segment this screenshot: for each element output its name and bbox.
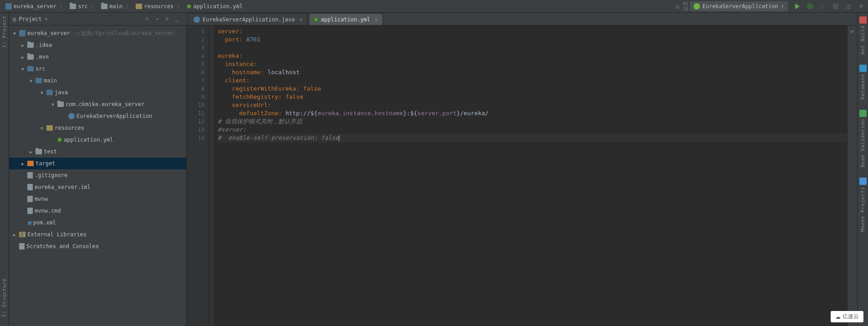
tree-row[interactable]: EurekaServerApplication — [9, 110, 186, 122]
code-line[interactable]: #server: — [218, 126, 847, 134]
run-button[interactable] — [793, 2, 802, 10]
tree-row[interactable]: ▶target — [9, 158, 186, 169]
breadcrumb-item[interactable]: eureka_server⟩ — [3, 1, 65, 11]
tree-row[interactable]: ▼src — [9, 63, 186, 75]
hide-icon[interactable]: ⎯ — [175, 15, 183, 23]
debug-button[interactable] — [806, 2, 814, 10]
editor-tab[interactable]: EurekaServerApplication.java× — [189, 13, 308, 25]
tree-row[interactable]: ▼resources — [9, 122, 186, 134]
file-icon — [27, 196, 33, 202]
code-line[interactable]: port: 8761 — [218, 36, 847, 44]
tree-row[interactable]: ▼com.ckmike.eureka_server — [9, 98, 186, 110]
code-line[interactable]: hostname: localhost — [218, 68, 847, 76]
tree-row[interactable]: ▼main — [9, 75, 186, 87]
tree-label: target — [36, 160, 55, 167]
inspection-ok-icon[interactable]: ✔ — [850, 27, 854, 35]
tree-arrow[interactable]: ▶ — [12, 232, 17, 237]
tool-structure[interactable]: 7: Structure — [1, 278, 7, 317]
tool-window-button[interactable]: Ant Build — [859, 16, 867, 55]
tree-row[interactable]: ▶test — [9, 146, 186, 158]
file-icon — [27, 184, 33, 190]
code-line[interactable] — [218, 44, 847, 52]
tree-row[interactable]: ▶.mvn — [9, 51, 186, 63]
layout-icon[interactable]: ◫ — [844, 2, 853, 10]
collapse-icon[interactable]: ⇥ — [155, 15, 163, 23]
tree-row[interactable]: ▶External Libraries — [9, 229, 186, 240]
file-icon — [27, 172, 33, 178]
code-line[interactable]: client: — [218, 76, 847, 85]
tool-project[interactable]: 1: Project — [1, 15, 7, 48]
tree-row[interactable]: .gitignore — [9, 169, 186, 181]
file-icon — [19, 243, 25, 250]
tree-row[interactable]: mvnw.cmd — [9, 205, 186, 217]
project-panel: ▤ Project ▾ ⊙ ⇥ ⚙ ⎯ ▼eureka_server~/桌面/S… — [9, 13, 187, 326]
stop-button[interactable] — [832, 2, 840, 10]
class-icon — [194, 16, 200, 23]
run-config-selector[interactable]: EurekaServerApplication ▾ — [690, 1, 788, 11]
binary-icon[interactable]: 0110 — [682, 2, 690, 10]
code-line[interactable]: serviceUrl: — [218, 101, 847, 109]
code-line[interactable]: instance: — [218, 60, 847, 68]
code-line[interactable]: # enable-self-preservation: false — [218, 134, 847, 142]
tree-arrow[interactable]: ▼ — [28, 78, 34, 83]
tree-row[interactable]: eureka_server.iml — [9, 181, 186, 193]
tree-row[interactable]: application.yml — [9, 134, 186, 146]
tree-arrow[interactable]: ▶ — [20, 55, 26, 60]
code-line[interactable]: registerWithEureka: false — [218, 85, 847, 93]
code-line[interactable]: eureka: — [218, 52, 847, 60]
file-icon — [27, 208, 33, 214]
chevron-right-icon: ⟩ — [125, 3, 128, 10]
tree-row[interactable]: ▼java — [9, 87, 186, 98]
tree-row[interactable]: mvnw — [9, 193, 186, 205]
breadcrumb-item[interactable]: application.yml — [184, 1, 245, 11]
line-number: 5 — [187, 60, 204, 68]
tree-arrow[interactable]: ▼ — [39, 126, 45, 131]
close-icon[interactable]: × — [299, 16, 302, 23]
gear-icon[interactable]: ⚙ — [165, 15, 173, 23]
tree-row[interactable]: ▼eureka_server~/桌面/SprinCloud/eureka_ser… — [9, 27, 186, 39]
breadcrumb-item[interactable]: resources⟩ — [133, 1, 182, 11]
editor-tab[interactable]: application.yml× — [309, 13, 383, 25]
tool-icon — [859, 178, 867, 185]
tree-arrow[interactable]: ▶ — [28, 149, 34, 154]
tool-window-button[interactable]: Bean Validation — [859, 110, 867, 168]
tree-arrow[interactable]: ▶ — [20, 43, 26, 48]
tree-arrow[interactable]: ▼ — [50, 102, 56, 107]
tree-arrow[interactable]: ▶ — [20, 161, 26, 166]
tree-arrow[interactable]: ▼ — [12, 31, 17, 36]
tree-row[interactable]: ▶.idea — [9, 39, 186, 51]
tree-label: resources — [55, 125, 84, 131]
tree-arrow[interactable]: ▼ — [20, 66, 26, 71]
code-line[interactable]: # 自我保护模式关闭，默认开启 — [218, 117, 847, 126]
update-icon[interactable]: ⇅ — [674, 2, 682, 10]
chevron-right-icon: ⟩ — [91, 3, 94, 10]
class-icon — [68, 113, 75, 119]
code-line[interactable]: fetchRegistry: false — [218, 93, 847, 101]
folder-icon — [70, 4, 76, 9]
tree-row[interactable]: mpom.xml — [9, 217, 186, 229]
chevron-down-icon[interactable]: ▾ — [45, 16, 48, 22]
close-icon[interactable]: × — [375, 16, 378, 23]
coverage-button[interactable]: ◧ — [819, 2, 827, 10]
code-line[interactable]: defualtZone: http://${eureka.instance.ho… — [218, 109, 847, 117]
tree-label: Scratches and Consoles — [26, 243, 99, 250]
locate-icon[interactable]: ⊙ — [145, 15, 153, 23]
tool-window-button[interactable]: Maven Projects — [859, 178, 867, 232]
fold-gutter[interactable] — [209, 25, 215, 326]
tree-arrow[interactable]: ▼ — [39, 90, 45, 95]
line-number: 14 — [187, 134, 204, 142]
project-tree[interactable]: ▼eureka_server~/桌面/SprinCloud/eureka_ser… — [9, 25, 186, 326]
tool-label: Database — [860, 74, 866, 100]
left-tool-stripe: 1: Project 7: Structure — [0, 13, 9, 326]
breadcrumb-item[interactable]: main⟩ — [98, 1, 131, 11]
tool-window-button[interactable]: Database — [859, 65, 867, 100]
breadcrumb-item[interactable]: src⟩ — [67, 1, 97, 11]
search-icon[interactable]: ⌕ — [857, 2, 865, 10]
libraries-icon — [19, 232, 26, 237]
code-editor[interactable]: server: port: 8761 eureka: instance: hos… — [215, 25, 847, 326]
tree-row[interactable]: Scratches and Consoles — [9, 240, 186, 252]
yml-icon — [187, 4, 191, 9]
code-line[interactable]: server: — [218, 27, 847, 36]
folder-icon — [101, 4, 107, 9]
chevron-right-icon: ⟩ — [59, 3, 62, 10]
